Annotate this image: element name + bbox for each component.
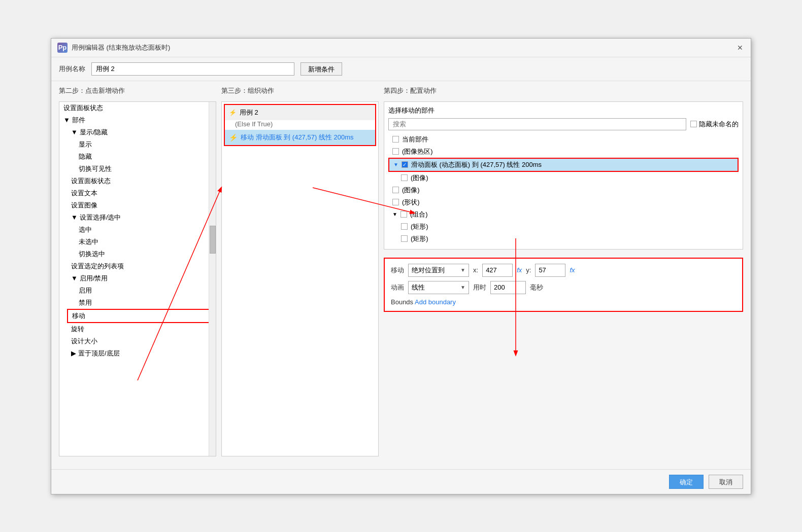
expand-icon: ▼	[63, 116, 70, 124]
y-input[interactable]	[535, 264, 565, 277]
case-title: 用例 2	[240, 108, 258, 117]
comp-checkbox[interactable]	[392, 136, 399, 143]
comp-checkbox[interactable]	[392, 199, 399, 205]
tree-item-toggle-visible[interactable]: 切换可见性	[75, 163, 216, 175]
comp-current[interactable]: 当前部件	[388, 133, 739, 146]
tree-item-select[interactable]: 选中	[75, 224, 216, 236]
case-name-input[interactable]	[91, 62, 294, 76]
tree-group-front-back[interactable]: ▶ 置于顶层/底层	[67, 347, 216, 360]
duration-label: 用时	[473, 283, 486, 292]
comp-label: 当前部件	[402, 135, 428, 144]
tree-group-show-hide[interactable]: ▼ 显示/隐藏	[67, 126, 216, 138]
lightning-icon: ⚡	[229, 133, 238, 141]
comp-rect1[interactable]: (矩形)	[388, 221, 739, 233]
ms-label: 毫秒	[530, 283, 543, 292]
checkmark-icon: ✓	[403, 162, 407, 167]
config-content: 选择移动的部件 隐藏未命名的	[384, 101, 743, 312]
tree-item-move[interactable]: 移动	[67, 309, 216, 323]
fx-label-2[interactable]: fx	[570, 266, 575, 274]
config-panel: 移动 绝对位置到 ▼ x: fx y: fx	[384, 258, 743, 312]
comp-image2[interactable]: (图像)	[388, 184, 739, 196]
config-move-row: 移动 绝对位置到 ▼ x: fx y: fx	[391, 264, 736, 277]
step1-section: 第二步：点击新增动作 设置面板状态 ▼ 部件 ▼ 显示/隐藏	[59, 86, 216, 464]
comp-label: (组合)	[410, 210, 428, 219]
x-label: x:	[473, 266, 478, 274]
comp-hotspot[interactable]: (图像热区)	[388, 146, 739, 158]
case-icon: ⚡	[229, 109, 237, 116]
move-action-label: 移动 滑动面板 到 (427,57) 线性 200ms	[241, 133, 354, 142]
duration-input[interactable]	[490, 281, 526, 294]
dropdown-arrow-icon2: ▼	[460, 285, 465, 290]
expand-icon: ▼	[71, 274, 78, 282]
comp-checkbox[interactable]	[401, 223, 408, 230]
comp-label: (形状)	[402, 198, 420, 207]
comp-label: (矩形)	[411, 222, 428, 231]
tree-group-enable-disable[interactable]: ▼ 启用/禁用	[67, 272, 216, 285]
case-header[interactable]: ⚡ 用例 2	[225, 105, 375, 120]
tree-item-set-list[interactable]: 设置选定的列表项	[67, 260, 216, 272]
config-animation-row: 动画 线性 ▼ 用时 毫秒	[391, 281, 736, 294]
tree-item-set-panel-state[interactable]: 设置面板状态	[67, 175, 216, 187]
comp-group[interactable]: ▼ (组合)	[388, 208, 739, 221]
tree-item-hide[interactable]: 隐藏	[75, 151, 216, 163]
add-boundary-link[interactable]: Add boundary	[415, 298, 456, 306]
tree-item-set-image[interactable]: 设置图像	[67, 199, 216, 211]
scrollbar-track[interactable]	[209, 102, 216, 456]
comp-checkbox[interactable]	[400, 211, 407, 218]
bounds-label: Bounds	[391, 298, 413, 306]
case-block: ⚡ 用例 2 (Else If True) ⚡ 移动 滑动面板 到 (427,5…	[224, 104, 376, 146]
expand-icon: ▼	[71, 128, 78, 136]
comp-checkbox[interactable]	[392, 148, 399, 155]
tree-item-unselect[interactable]: 未选中	[75, 236, 216, 248]
comp-checkbox[interactable]: ✓	[402, 161, 408, 168]
actions-container: ⚡ 用例 2 (Else If True) ⚡ 移动 滑动面板 到 (427,5…	[221, 101, 379, 456]
comp-image1[interactable]: (图像)	[388, 172, 739, 184]
comp-checkbox[interactable]	[401, 235, 408, 242]
ok-button[interactable]: 确定	[669, 475, 704, 489]
expand-icon: ▶	[71, 349, 76, 357]
x-input[interactable]	[482, 264, 513, 277]
title-bar: Pp 用例编辑器 (结束拖放动态面板时) ✕	[51, 39, 751, 57]
comp-rect2[interactable]: (矩形)	[388, 233, 739, 245]
new-condition-button[interactable]: 新增条件	[300, 62, 342, 76]
step3-section: 第四步：配置动作 选择移动的部件 隐藏未命名的	[384, 86, 743, 464]
tree-item-rotate[interactable]: 旋转	[67, 323, 216, 335]
comp-sliding-panel[interactable]: ▼ ✓ 滑动面板 (动态面板) 到 (427,57) 线性 200ms	[388, 158, 739, 172]
hide-unnamed-checkbox[interactable]	[690, 121, 697, 127]
tree-item-set-text[interactable]: 设置文本	[67, 187, 216, 199]
tree-item-disable[interactable]: 禁用	[75, 297, 216, 309]
tree-group-set-select[interactable]: ▼ 设置选择/选中	[67, 211, 216, 224]
tree-group-parts[interactable]: ▼ 部件	[59, 114, 216, 126]
component-list: 当前部件 (图像热区) ▼ ✓	[388, 133, 739, 245]
tree-item-setup-panel[interactable]: 设置面板状态	[59, 102, 216, 114]
comp-checkbox[interactable]	[392, 187, 399, 193]
cancel-button[interactable]: 取消	[709, 475, 743, 489]
fx-label-1[interactable]: fx	[517, 266, 522, 274]
hide-unnamed-row: 隐藏未命名的	[690, 120, 739, 129]
animation-type-dropdown[interactable]: 线性 ▼	[408, 281, 469, 294]
animation-type-value: 线性	[412, 283, 425, 292]
tree-item-enable[interactable]: 启用	[75, 285, 216, 297]
component-select-panel: 选择移动的部件 隐藏未命名的	[384, 101, 743, 250]
close-button[interactable]: ✕	[736, 43, 745, 52]
app-icon: Pp	[57, 43, 68, 53]
case-condition: (Else If True)	[225, 120, 375, 130]
top-bar: 用例名称 新增条件	[51, 57, 751, 81]
component-select-title: 选择移动的部件	[388, 106, 739, 115]
comp-checkbox[interactable]	[401, 174, 408, 181]
move-type-dropdown[interactable]: 绝对位置到 ▼	[408, 264, 469, 277]
step3-header: 第四步：配置动作	[384, 86, 743, 97]
search-row: 隐藏未命名的	[388, 118, 739, 130]
comp-shape[interactable]: (形状)	[388, 196, 739, 208]
dialog: Pp 用例编辑器 (结束拖放动态面板时) ✕ 用例名称 新增条件 第二步：点击新…	[51, 38, 751, 494]
scrollbar-thumb[interactable]	[210, 226, 216, 254]
name-label: 用例名称	[59, 64, 85, 74]
tree-item-toggle-select[interactable]: 切换选中	[75, 248, 216, 260]
move-action-item[interactable]: ⚡ 移动 滑动面板 到 (427,57) 线性 200ms	[225, 130, 375, 145]
tree-item-show[interactable]: 显示	[75, 138, 216, 151]
comp-label: 滑动面板 (动态面板) 到 (427,57) 线性 200ms	[411, 160, 542, 169]
tree-item-set-size[interactable]: 设计大小	[67, 335, 216, 347]
search-input[interactable]	[388, 118, 686, 130]
action-tree[interactable]: 设置面板状态 ▼ 部件 ▼ 显示/隐藏 显示 隐藏	[59, 101, 216, 456]
move-type-value: 绝对位置到	[412, 266, 445, 275]
